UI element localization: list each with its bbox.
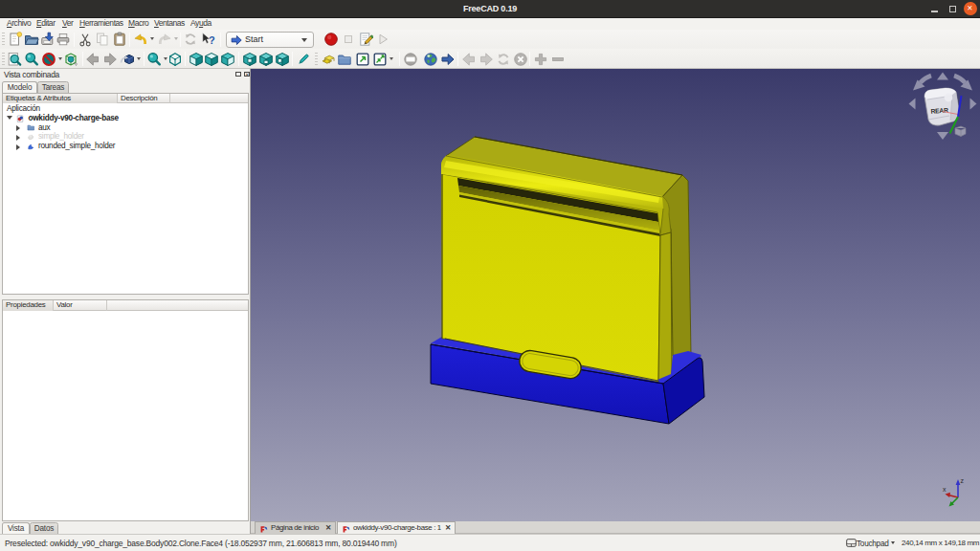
view-bottom-button[interactable] <box>257 51 275 68</box>
workbench-start-icon <box>231 34 242 48</box>
navcube-face-label[interactable]: REAR <box>930 106 948 114</box>
browser-zoom-in-button[interactable] <box>532 51 549 68</box>
fit-all-button[interactable] <box>6 51 23 68</box>
minimize-button[interactable] <box>927 2 942 16</box>
paste-button[interactable] <box>111 31 128 48</box>
draw-style-button[interactable] <box>40 51 57 68</box>
menu-ayuda[interactable]: Ayuda <box>190 18 212 30</box>
measure-distance-button[interactable] <box>295 51 312 68</box>
macro-edit-button[interactable] <box>357 31 374 48</box>
create-part-button[interactable] <box>320 51 337 68</box>
3d-viewport[interactable]: REAR z x <box>251 69 980 521</box>
web-page-button[interactable] <box>402 51 419 68</box>
view-forward-button[interactable] <box>101 51 119 68</box>
browser-forward-button[interactable] <box>478 51 495 68</box>
mdi-tab-document[interactable]: owkiddy-v90-charge-base : 1✕ <box>337 521 456 534</box>
body-inner-right-face[interactable] <box>658 232 672 381</box>
make-link-button[interactable] <box>354 51 371 68</box>
tree-header-labels[interactable]: Etiquetas & Atributos <box>3 94 118 103</box>
measure-icon <box>296 52 311 67</box>
create-group-button[interactable] <box>336 51 353 68</box>
menu-archivo[interactable]: Archivo <box>7 18 31 30</box>
properties-header-name[interactable]: Propiedades <box>3 300 54 311</box>
view-back-button[interactable] <box>84 51 101 68</box>
view-right-button[interactable] <box>219 51 236 68</box>
view-top-button[interactable] <box>203 51 220 68</box>
fit-selection-icon <box>24 52 39 67</box>
dropdown-arrow-icon[interactable] <box>390 57 393 60</box>
copy-button[interactable] <box>94 31 111 48</box>
menu-macro[interactable]: Macro <box>128 18 148 30</box>
macro-record-icon <box>323 32 339 47</box>
close-button[interactable]: ✕ <box>963 2 977 16</box>
macro-stop-button[interactable] <box>340 31 357 48</box>
maximize-button[interactable] <box>946 2 960 16</box>
close-tab-icon[interactable]: ✕ <box>325 522 331 534</box>
close-icon: ✕ <box>244 72 250 77</box>
status-bar: Preselected: owkiddy_v90_charge_base.Bod… <box>0 534 980 551</box>
web-go-icon <box>440 52 456 67</box>
pointer-mode-selector[interactable]: Touchpad <box>846 539 895 549</box>
nav-forward-icon <box>102 52 118 67</box>
toolbar-separator <box>292 52 293 66</box>
open-document-button[interactable] <box>23 31 40 48</box>
toolbar-grip[interactable] <box>315 53 318 66</box>
zoom-icon <box>146 52 162 67</box>
browser-back-button[interactable] <box>460 51 478 68</box>
whats-this-button[interactable]: ? <box>199 31 216 48</box>
toolbar-grip[interactable] <box>2 53 5 66</box>
tree-item-rounded-simple-holder[interactable]: rounded_simple_holder <box>3 142 248 151</box>
macro-play-button[interactable] <box>374 31 391 48</box>
axonometric-views-button[interactable] <box>119 51 136 68</box>
tree-header-description[interactable]: Descripción <box>118 94 170 103</box>
menu-editar[interactable]: Editar <box>36 18 56 30</box>
print-button[interactable] <box>55 31 72 48</box>
tree-item-aplicaci-n[interactable]: Aplicación <box>3 104 248 114</box>
navcube-mini-cube[interactable] <box>955 126 966 137</box>
dock-title: Vista combinada <box>4 70 59 79</box>
close-tab-icon[interactable]: ✕ <box>445 522 451 534</box>
freecad-logo-icon <box>259 524 269 534</box>
mdi-tab-start-page[interactable]: Página de inicio✕ <box>255 521 336 534</box>
browser-zoom-out-button[interactable] <box>549 51 567 68</box>
expander-open-icon[interactable] <box>7 116 12 120</box>
undo-icon <box>133 32 148 47</box>
tree-item-simple-holder[interactable]: simple_holder <box>3 132 248 142</box>
dropdown-arrow-icon[interactable] <box>150 37 154 40</box>
make-sub-link-button[interactable] <box>371 51 389 68</box>
zoom-button[interactable] <box>145 51 163 68</box>
stereo-view-button[interactable] <box>62 51 79 68</box>
open-website-button[interactable] <box>422 51 439 68</box>
fit-selection-button[interactable] <box>23 51 40 68</box>
view-axonometric-button[interactable] <box>167 51 184 68</box>
browser-reload-button[interactable] <box>495 51 512 68</box>
undo-button[interactable] <box>132 31 149 48</box>
view-left-button[interactable] <box>274 51 291 68</box>
expander-closed-icon[interactable] <box>16 144 20 150</box>
stereo-icon <box>63 52 78 67</box>
new-document-button[interactable] <box>7 31 24 48</box>
dropdown-arrow-icon[interactable] <box>174 37 178 40</box>
menu-herramientas[interactable]: Herramientas <box>79 18 123 30</box>
browser-stop-button[interactable] <box>512 51 529 68</box>
redo-button[interactable] <box>156 31 173 48</box>
dock-float-button[interactable] <box>234 71 242 78</box>
refresh-button[interactable] <box>182 31 199 48</box>
workbench-selector[interactable]: Start <box>226 32 314 48</box>
toolbar-grip[interactable] <box>2 33 5 46</box>
macro-record-button[interactable] <box>323 31 340 48</box>
tree-item-aux[interactable]: aux <box>3 123 248 133</box>
menu-ventanas[interactable]: Ventanas <box>154 18 185 30</box>
combined-view-panel: Vista combinada ✕ ModeloTareas Etiquetas… <box>0 69 251 534</box>
view-rear-button[interactable] <box>241 51 258 68</box>
dropdown-arrow-icon[interactable] <box>137 57 141 60</box>
properties-header-value[interactable]: Valor <box>54 300 107 311</box>
dropdown-arrow-icon[interactable] <box>58 57 62 60</box>
tree-item-owkiddy-v90-charge-base[interactable]: owkiddy-v90-charge-base <box>3 114 248 123</box>
expander-closed-icon[interactable] <box>16 125 20 131</box>
menu-ver[interactable]: Ver <box>62 18 73 30</box>
dock-close-button[interactable]: ✕ <box>243 71 251 78</box>
cut-button[interactable] <box>77 31 94 48</box>
go-to-start-page-button[interactable] <box>439 51 457 68</box>
expander-closed-icon[interactable] <box>16 135 20 141</box>
